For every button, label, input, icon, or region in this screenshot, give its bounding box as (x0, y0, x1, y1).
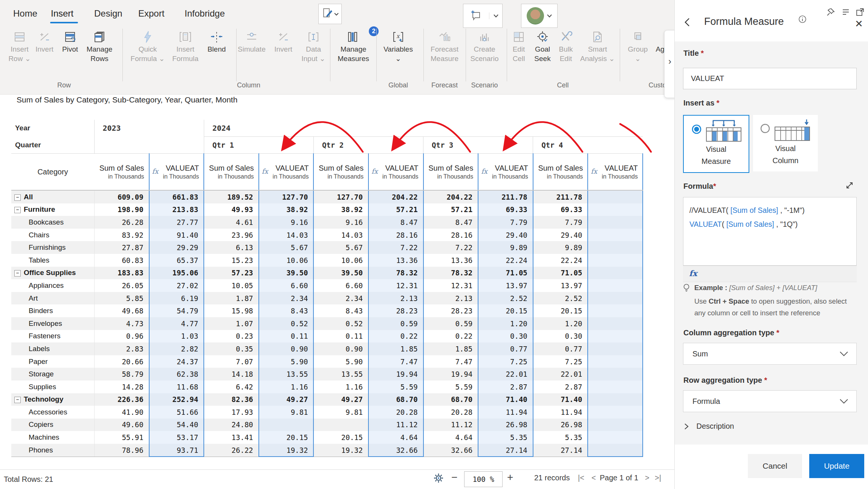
popout-icon[interactable] (856, 8, 865, 18)
data-cell[interactable]: 5.90 (259, 355, 314, 368)
data-cell[interactable]: 22.01 (533, 368, 588, 381)
data-cell[interactable]: 20.15 (478, 304, 533, 317)
zoom-out-button[interactable]: − (451, 471, 457, 483)
data-cell[interactable]: 4.64 (368, 431, 423, 444)
data-cell[interactable]: 1.85 (368, 342, 423, 355)
data-cell[interactable]: 2.13 (423, 292, 478, 305)
data-cell[interactable]: 2.34 (259, 292, 314, 305)
back-icon[interactable] (684, 17, 691, 29)
data-cell[interactable]: 11.68 (149, 381, 204, 393)
data-cell[interactable] (588, 393, 643, 406)
data-cell[interactable]: 55.91 (94, 431, 149, 444)
data-cell[interactable]: 28.23 (368, 304, 423, 317)
data-cell[interactable]: 1.16 (259, 381, 314, 393)
data-cell[interactable]: 8.43 (259, 304, 314, 317)
data-cell[interactable]: 6.13 (204, 241, 259, 254)
data-cell[interactable] (588, 241, 643, 254)
data-cell[interactable] (588, 431, 643, 444)
update-button[interactable]: Update (809, 454, 864, 478)
data-cell[interactable]: 39.50 (313, 267, 368, 280)
data-cell[interactable]: 28.16 (423, 229, 478, 241)
tab-home[interactable]: Home (13, 8, 37, 19)
valueat-column-header-2[interactable]: fxVALUEATin Thousands (368, 154, 423, 191)
manage-rows-button[interactable]: ManageRows (79, 29, 120, 63)
data-cell[interactable]: 13.55 (313, 368, 368, 381)
data-cell[interactable]: 49.27 (259, 393, 314, 406)
data-cell[interactable] (588, 317, 643, 330)
table-settings-gear-icon[interactable] (433, 473, 444, 485)
data-cell[interactable]: 82.36 (204, 393, 259, 406)
data-cell[interactable]: 71.40 (533, 393, 588, 406)
data-cell[interactable]: 1.20 (478, 317, 533, 330)
data-cell[interactable] (588, 216, 643, 229)
quarter-header-4[interactable]: Qtr 4 (533, 137, 643, 154)
prev-page-button[interactable]: < (591, 474, 596, 482)
data-cell[interactable]: 7.25 (533, 355, 588, 368)
data-cell[interactable]: 91.40 (149, 229, 204, 241)
year-2024-header[interactable]: 2024 (204, 120, 643, 137)
data-cell[interactable]: 1.87 (204, 292, 259, 305)
data-cell[interactable]: 8.43 (313, 304, 368, 317)
data-cell[interactable]: 127.70 (259, 190, 314, 203)
account-menu[interactable] (521, 4, 558, 28)
data-cell[interactable]: 2.34 (313, 292, 368, 305)
data-cell[interactable]: 13.55 (259, 368, 314, 381)
data-cell[interactable]: 32.66 (368, 444, 423, 457)
tab-export[interactable]: Export (138, 8, 164, 19)
data-cell[interactable]: 13.41 (204, 431, 259, 444)
data-cell[interactable]: 26.98 (478, 419, 533, 431)
data-cell[interactable]: 11.12 (368, 419, 423, 431)
data-cell[interactable]: 8.47 (368, 216, 423, 229)
data-cell[interactable]: 20.28 (423, 406, 478, 419)
data-cell[interactable]: 8.47 (423, 216, 478, 229)
data-cell[interactable]: 58.79 (94, 368, 149, 381)
row-label[interactable]: Copiers (11, 419, 94, 431)
data-cell[interactable]: 252.94 (149, 393, 204, 406)
data-cell[interactable]: 0.90 (313, 342, 368, 355)
data-cell[interactable]: 49.93 (204, 203, 259, 216)
close-icon[interactable]: ✕ (855, 18, 863, 30)
data-cell[interactable]: 9.89 (533, 241, 588, 254)
data-cell[interactable]: 13.36 (368, 254, 423, 267)
row-label[interactable]: Furnishings (11, 241, 94, 254)
data-cell[interactable]: 69.33 (478, 203, 533, 216)
row-label[interactable]: −All (11, 190, 94, 203)
data-cell[interactable]: 127.70 (313, 190, 368, 203)
filter-lines-icon[interactable] (841, 8, 850, 18)
valueat-column-header-1[interactable]: fxVALUEATin Thousands (259, 154, 314, 191)
data-cell[interactable]: 60.83 (94, 254, 149, 267)
data-cell[interactable]: 14.28 (94, 381, 149, 393)
data-cell[interactable]: 41.90 (94, 406, 149, 419)
data-cell[interactable]: 49.27 (313, 393, 368, 406)
data-cell[interactable]: 27.14 (478, 444, 533, 457)
data-cell[interactable]: 1.85 (423, 342, 478, 355)
data-cell[interactable]: 211.78 (478, 190, 533, 203)
data-cell[interactable]: 0.77 (533, 342, 588, 355)
data-cell[interactable]: 71.05 (533, 267, 588, 280)
data-cell[interactable]: 29.40 (533, 229, 588, 241)
data-cell[interactable]: 27.77 (149, 216, 204, 229)
sum-of-sales-column-header-2[interactable]: Sum of Salesin Thousands (313, 154, 368, 191)
data-cell[interactable]: 49.60 (94, 419, 149, 431)
data-cell[interactable] (588, 279, 643, 292)
data-cell[interactable]: 0.59 (423, 317, 478, 330)
row-label[interactable]: −Technology (11, 393, 94, 406)
data-cell[interactable]: 20.15 (533, 304, 588, 317)
title-input[interactable]: VALUEAT (683, 68, 857, 89)
row-label[interactable]: −Furniture (11, 203, 94, 216)
data-cell[interactable]: 26.28 (94, 216, 149, 229)
data-cell[interactable]: 19.94 (368, 368, 423, 381)
tab-infobridge[interactable]: Infobridge (185, 8, 225, 19)
row-label[interactable]: −Office Supplies (11, 267, 94, 280)
data-cell[interactable]: 5.59 (423, 381, 478, 393)
row-label[interactable]: Tables (11, 254, 94, 267)
data-cell[interactable]: 27.87 (94, 241, 149, 254)
data-cell[interactable]: 22.01 (478, 368, 533, 381)
data-cell[interactable]: 17.93 (204, 406, 259, 419)
data-cell[interactable]: 661.83 (149, 190, 204, 203)
data-cell[interactable]: 10.06 (313, 254, 368, 267)
data-cell[interactable]: 6.60 (313, 279, 368, 292)
data-cell[interactable]: 27.14 (533, 444, 588, 457)
data-cell[interactable]: 0.52 (259, 317, 314, 330)
variables-button[interactable]: xVariables⌄ (377, 29, 419, 63)
